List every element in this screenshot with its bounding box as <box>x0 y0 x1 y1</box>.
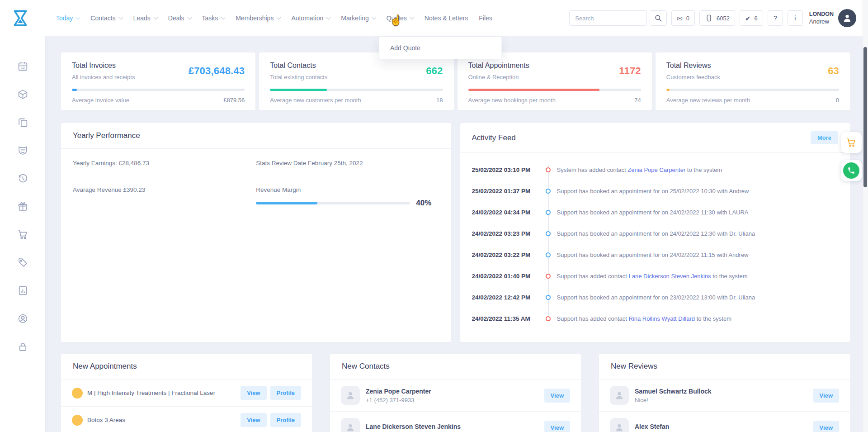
gift-icon[interactable] <box>17 201 28 212</box>
nav-item-today[interactable]: Today <box>51 0 85 36</box>
mask-icon[interactable] <box>17 145 28 156</box>
profile-button[interactable]: Profile <box>270 413 301 427</box>
contact-list-item: Lane Dickerson Steven Jenkins View <box>330 411 581 432</box>
yearly-earnings: Yearly Earnings: £28,486.73 <box>73 160 256 166</box>
activity-time: 24/02/2022 03:22 PM <box>472 252 541 258</box>
person-icon <box>842 13 852 23</box>
nav-item-label: Notes & Letters <box>425 14 468 22</box>
stat-footer-value: 74 <box>634 97 641 104</box>
search-input[interactable] <box>569 10 647 26</box>
user-circle-icon[interactable] <box>17 313 28 324</box>
nav-item-deals[interactable]: Deals <box>163 0 197 36</box>
view-button[interactable]: View <box>813 421 839 432</box>
vertical-scrollbar[interactable] <box>863 0 868 432</box>
copy-documents-icon[interactable] <box>17 117 28 128</box>
appointment-list-item: Botox 3 Areas View Profile <box>61 406 312 432</box>
contact-link[interactable]: Rina Rollins Wyatt Dillard <box>629 315 695 322</box>
cart-icon[interactable] <box>17 229 28 240</box>
activity-dot <box>546 231 551 236</box>
reviewer-avatar <box>610 386 629 405</box>
view-button[interactable]: View <box>813 389 839 403</box>
more-button[interactable]: More <box>811 131 838 144</box>
nav-item-tasks[interactable]: Tasks <box>197 0 231 36</box>
appointment-list-item: M | High Intensity Treatments | Fraction… <box>61 380 312 406</box>
nav-item-automation[interactable]: Automation <box>286 0 335 36</box>
appointment-title: M | High Intensity Treatments | Fraction… <box>87 389 237 396</box>
mobile-phone-icon <box>705 14 713 22</box>
app-logo[interactable] <box>11 8 30 28</box>
view-button[interactable]: View <box>241 386 266 400</box>
stat-progress-fill <box>468 89 600 91</box>
appointment-avatar <box>72 415 83 426</box>
contact-link[interactable]: Lane Dickerson Steven Jenkins <box>629 273 711 280</box>
card-title: Yearly Performance <box>73 131 140 140</box>
activity-dot <box>546 274 551 279</box>
lock-icon[interactable] <box>17 341 28 352</box>
nav-item-contacts[interactable]: Contacts <box>85 0 127 36</box>
nav-item-label: Today <box>56 14 73 22</box>
stat-progress-bar <box>468 89 641 91</box>
tasks-badge[interactable]: ✔ 6 <box>740 10 763 26</box>
search-button[interactable] <box>650 10 667 26</box>
stat-title: Total Invoices <box>72 62 135 70</box>
nav-item-label: Quotes <box>387 14 407 22</box>
stat-subtitle: Total existing contacts <box>270 74 327 81</box>
nav-item-leads[interactable]: Leads <box>128 0 163 36</box>
envelope-icon: ✉ <box>677 15 683 22</box>
info-icon: i <box>794 14 796 22</box>
chevron-down-icon <box>372 15 376 19</box>
question-icon: ? <box>774 14 777 22</box>
review-note: Nice! <box>635 397 813 404</box>
activity-time: 25/02/2022 03:10 PM <box>472 166 541 173</box>
view-button[interactable]: View <box>544 389 570 403</box>
contact-name: Zenia Pope Carpenter <box>366 388 544 395</box>
stat-value: 662 <box>426 65 443 77</box>
stat-progress-fill <box>270 89 327 91</box>
cart-widget-button[interactable] <box>841 132 862 153</box>
nav-item-quotes[interactable]: Quotes <box>381 0 419 36</box>
nav-item-marketing[interactable]: Marketing <box>335 0 381 36</box>
package-icon[interactable] <box>17 89 28 100</box>
stat-value: £703,648.43 <box>189 65 245 77</box>
revenue-margin-fill <box>256 202 317 204</box>
activity-dot <box>546 295 551 300</box>
nav-item-files[interactable]: Files <box>473 0 498 36</box>
mail-badge[interactable]: ✉ 0 <box>671 10 695 26</box>
person-icon <box>345 390 355 400</box>
activity-item: 24/02/2022 01:40 PM Support has added co… <box>472 266 839 287</box>
chevron-down-icon <box>410 15 414 19</box>
menu-item-add-quote[interactable]: Add Quote <box>379 39 501 57</box>
nav-item-notes-letters[interactable]: Notes & Letters <box>419 0 474 36</box>
activity-time: 24/02/2022 04:34 PM <box>472 209 541 216</box>
activity-feed-card: Activity Feed More 25/02/2022 03:10 PM S… <box>460 123 850 342</box>
stat-footer-label: Average new customers per month <box>270 97 361 104</box>
history-icon[interactable] <box>17 173 28 184</box>
view-button[interactable]: View <box>544 421 570 432</box>
contact-avatar <box>341 418 360 432</box>
activity-text: Support has booked an appointment for on… <box>556 252 749 258</box>
card-title: New Reviews <box>611 362 657 371</box>
info-button[interactable]: i <box>788 10 803 26</box>
report-icon[interactable] <box>17 285 28 296</box>
appointment-avatar <box>72 388 83 399</box>
tag-icon[interactable] <box>17 257 28 268</box>
stat-card-total-reviews: Total Reviews Customers feedback 63 Aver… <box>656 52 850 110</box>
activity-text: System has added contact Zenia Pope Carp… <box>556 166 722 173</box>
stat-footer-label: Average new bookings per month <box>468 97 556 104</box>
profile-button[interactable]: Profile <box>270 386 301 400</box>
call-widget-button[interactable] <box>841 160 862 181</box>
phone-badge[interactable]: 6052 <box>699 10 735 26</box>
username-label: Andrew <box>809 18 834 26</box>
view-button[interactable]: View <box>241 413 266 427</box>
nav-item-memberships[interactable]: Memberships <box>230 0 286 36</box>
contact-link[interactable]: Zenia Pope Carpenter <box>627 166 685 173</box>
activity-text: Support has booked an appointment for on… <box>556 230 755 237</box>
nav-item-label: Marketing <box>341 14 368 22</box>
help-button[interactable]: ? <box>768 10 783 26</box>
revenue-margin-bar <box>256 202 410 204</box>
calendar-icon[interactable] <box>17 61 28 72</box>
person-icon <box>614 423 624 432</box>
person-icon <box>614 390 624 400</box>
avatar[interactable] <box>838 9 856 27</box>
scrollbar-thumb[interactable] <box>863 47 867 187</box>
